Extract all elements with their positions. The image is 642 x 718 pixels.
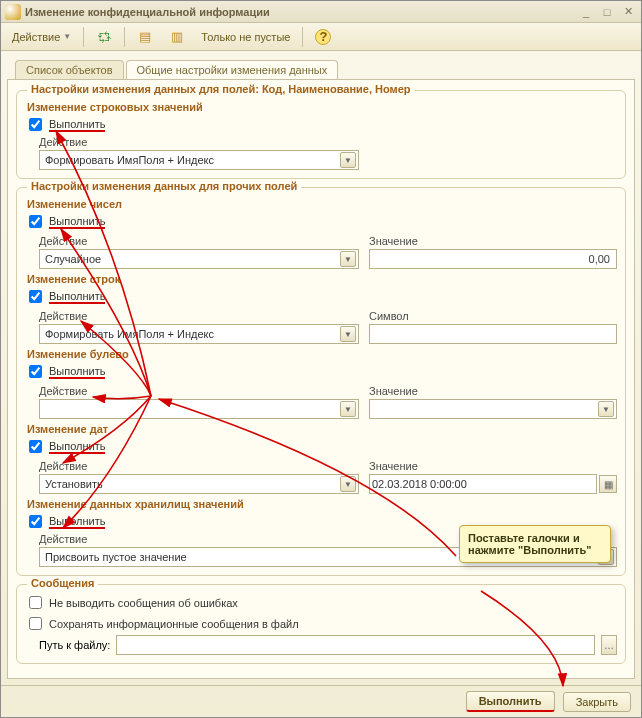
close-button[interactable]: ✕ — [619, 5, 637, 19]
chevron-down-icon: ▼ — [340, 326, 356, 342]
calendar-icon: ▦ — [604, 479, 613, 490]
close-form-button[interactable]: Закрыть — [563, 692, 631, 712]
tab-strip: Список объектов Общие настройки изменени… — [15, 57, 635, 79]
group-messages: Сообщения Не выводить сообщения об ошибк… — [16, 584, 626, 664]
app-icon — [5, 4, 21, 20]
checkbox-label: Выполнить — [49, 290, 105, 304]
action-combo-strings2[interactable]: Формировать ИмяПоля + Индекс ▼ — [39, 324, 359, 344]
subtitle-strings: Изменение строк — [27, 273, 617, 285]
client-area: Список объектов Общие настройки изменени… — [1, 51, 641, 685]
value-label: Значение — [369, 460, 617, 472]
checkbox-label: Выполнить — [49, 440, 105, 454]
toolbar-separator — [83, 27, 84, 47]
action-label: Действие — [39, 310, 359, 322]
subtitle-string-values: Изменение строковых значений — [27, 101, 617, 113]
maximize-button[interactable]: □ — [598, 5, 616, 19]
execute-checkbox[interactable] — [29, 515, 42, 528]
value-input-numbers[interactable]: 0,00 — [369, 249, 617, 269]
chevron-down-icon: ▼ — [340, 401, 356, 417]
calendar-button[interactable]: ▦ — [599, 475, 617, 493]
checkbox-label: Сохранять информационные сообщения в фай… — [49, 618, 299, 630]
doc2-button[interactable]: ▥ — [162, 26, 192, 48]
execute-checkbox[interactable] — [29, 440, 42, 453]
checkbox-label: Выполнить — [49, 215, 105, 229]
subtitle-bool: Изменение булево — [27, 348, 617, 360]
chevron-down-icon: ▼ — [340, 476, 356, 492]
documents-icon: ▥ — [169, 29, 185, 45]
tab-object-list[interactable]: Список объектов — [15, 60, 124, 79]
checkbox-save-msgs-file[interactable]: Сохранять информационные сообщения в фай… — [25, 614, 617, 633]
export-icon: ⮔ — [96, 29, 112, 45]
symbol-input[interactable] — [369, 324, 617, 344]
group-title: Настройки изменения данных для полей: Ко… — [27, 83, 415, 95]
export-button[interactable]: ⮔ — [89, 26, 119, 48]
date-input[interactable]: 02.03.2018 0:00:00 — [369, 474, 597, 494]
path-label: Путь к файлу: — [39, 639, 110, 651]
value-label: Значение — [369, 385, 617, 397]
minimize-button[interactable]: _ — [577, 5, 595, 19]
toolbar: Действие ▼ ⮔ ▤ ▥ Только не пустые ? — [1, 23, 641, 51]
action-combo-dates[interactable]: Установить ▼ — [39, 474, 359, 494]
title-bar: Изменение конфиденциальной информации _ … — [1, 1, 641, 23]
only-nonempty-toggle[interactable]: Только не пустые — [194, 26, 297, 48]
checkbox-label: Выполнить — [49, 365, 105, 379]
no-error-checkbox[interactable] — [29, 596, 42, 609]
action-combo-numbers[interactable]: Случайное ▼ — [39, 249, 359, 269]
app-window: Изменение конфиденциальной информации _ … — [0, 0, 642, 718]
combo-value: Установить — [42, 478, 106, 490]
checkbox-label: Выполнить — [49, 118, 105, 132]
checkbox-execute-numbers[interactable]: Выполнить — [25, 212, 617, 231]
browse-button[interactable]: … — [601, 635, 617, 655]
checkbox-execute-dates[interactable]: Выполнить — [25, 437, 617, 456]
group-title: Настройки изменения данных для прочих по… — [27, 180, 301, 192]
checkbox-no-error-msgs[interactable]: Не выводить сообщения об ошибках — [25, 593, 617, 612]
symbol-label: Символ — [369, 310, 617, 322]
action-label: Действие — [39, 385, 359, 397]
combo-value: Формировать ИмяПоля + Индекс — [42, 328, 217, 340]
group-title: Сообщения — [27, 577, 98, 589]
footer: Выполнить Закрыть — [1, 685, 641, 717]
chevron-down-icon: ▼ — [340, 152, 356, 168]
combo-value: Случайное — [42, 253, 104, 265]
execute-button[interactable]: Выполнить — [466, 691, 555, 712]
path-input[interactable] — [116, 635, 595, 655]
checkbox-label: Не выводить сообщения об ошибках — [49, 597, 238, 609]
only-nonempty-label: Только не пустые — [201, 31, 290, 43]
execute-checkbox[interactable] — [29, 118, 42, 131]
help-icon: ? — [315, 29, 331, 45]
tab-body: Настройки изменения данных для полей: Ко… — [7, 79, 635, 679]
tab-change-settings[interactable]: Общие настройки изменения данных — [126, 60, 339, 79]
action-menu-label: Действие — [12, 31, 60, 43]
toolbar-separator — [302, 27, 303, 47]
execute-checkbox[interactable] — [29, 215, 42, 228]
doc1-button[interactable]: ▤ — [130, 26, 160, 48]
value-combo-bool[interactable]: ▼ — [369, 399, 617, 419]
group-other-fields: Настройки изменения данных для прочих по… — [16, 187, 626, 576]
group-code-name-number: Настройки изменения данных для полей: Ко… — [16, 90, 626, 179]
subtitle-dates: Изменение дат — [27, 423, 617, 435]
document-icon: ▤ — [137, 29, 153, 45]
action-menu[interactable]: Действие ▼ — [5, 26, 78, 48]
action-combo-bool[interactable]: ▼ — [39, 399, 359, 419]
execute-checkbox[interactable] — [29, 290, 42, 303]
window-title: Изменение конфиденциальной информации — [25, 6, 577, 18]
checkbox-label: Выполнить — [49, 515, 105, 529]
chevron-down-icon: ▼ — [598, 401, 614, 417]
combo-value: Формировать ИмяПоля + Индекс — [42, 154, 217, 166]
checkbox-execute-strings[interactable]: Выполнить — [25, 115, 617, 134]
subtitle-storage: Изменение данных хранилищ значений — [27, 498, 617, 510]
combo-value: Присвоить пустое значение — [42, 551, 190, 563]
execute-checkbox[interactable] — [29, 365, 42, 378]
help-button[interactable]: ? — [308, 26, 338, 48]
chevron-down-icon: ▼ — [340, 251, 356, 267]
action-label: Действие — [39, 136, 617, 148]
checkbox-execute-bool[interactable]: Выполнить — [25, 362, 617, 381]
action-label: Действие — [39, 460, 359, 472]
toolbar-separator — [124, 27, 125, 47]
annotation-tooltip: Поставьте галочки и нажмите "Выполнить" — [459, 525, 611, 563]
subtitle-numbers: Изменение чисел — [27, 198, 617, 210]
checkbox-execute-strings2[interactable]: Выполнить — [25, 287, 617, 306]
save-file-checkbox[interactable] — [29, 617, 42, 630]
action-combo-strings[interactable]: Формировать ИмяПоля + Индекс ▼ — [39, 150, 359, 170]
action-label: Действие — [39, 235, 359, 247]
